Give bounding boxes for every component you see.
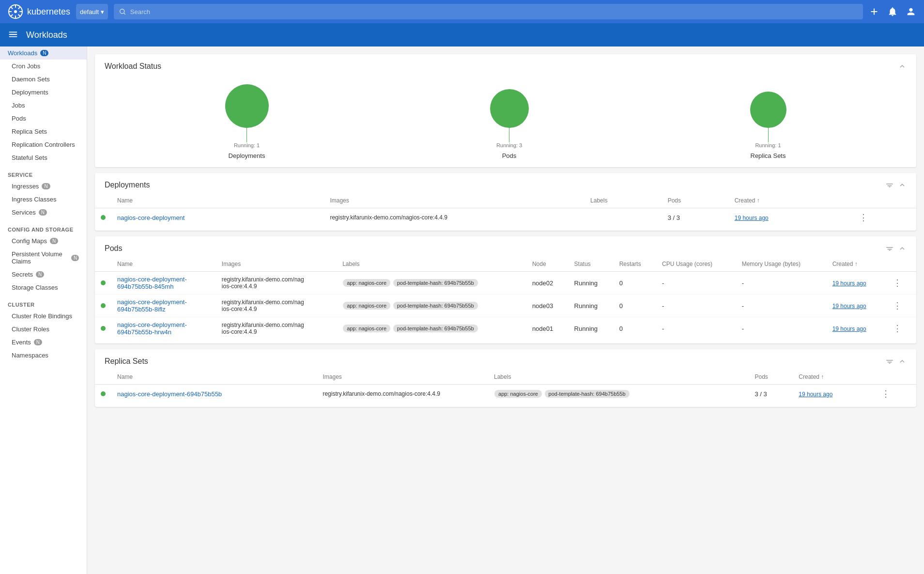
sidebar-item-ingress-classes[interactable]: Ingress Classes xyxy=(0,193,87,206)
sidebar-item-cluster-role-bindings[interactable]: Cluster Role Bindings xyxy=(0,310,87,323)
search-input[interactable] xyxy=(130,8,858,16)
namespace-value: default xyxy=(80,8,99,16)
sidebar-item-replica-sets[interactable]: Replica Sets xyxy=(0,125,87,138)
pod3-menu-icon[interactable]: ⋮ xyxy=(891,322,904,335)
p3-row-labels: app: nagios-core pod-template-hash: 694b… xyxy=(337,317,526,340)
deployments-circle xyxy=(225,84,269,128)
pod2-link[interactable]: nagios-core-deployment-694b75b55b-8iflz xyxy=(117,298,187,313)
deployment-link[interactable]: nagios-core-deployment xyxy=(117,214,185,221)
replica-sets-card: Replica Sets Name Imag xyxy=(95,349,916,407)
search-bar[interactable] xyxy=(114,4,863,19)
row-menu-icon[interactable]: ⋮ xyxy=(857,211,870,224)
sidebar-item-services[interactable]: Services N xyxy=(0,206,87,219)
pods-table: Name Images Labels Node Status Restarts … xyxy=(95,257,916,340)
namespace-selector[interactable]: default ▾ xyxy=(76,4,108,19)
p-col-status xyxy=(95,257,111,272)
rs-col-pods: Pods xyxy=(749,370,793,385)
p3-row-status-txt: Running xyxy=(569,317,614,340)
p-col-status-txt: Status xyxy=(569,257,614,272)
label-chip: app: nagios-core xyxy=(343,325,390,332)
add-icon[interactable] xyxy=(869,6,879,17)
pod1-menu-icon[interactable]: ⋮ xyxy=(891,276,904,290)
p-col-name: Name xyxy=(111,257,216,272)
workload-chart-replica-sets: Running: 1 Replica Sets xyxy=(750,92,786,159)
rs-collapse-icon[interactable] xyxy=(898,357,907,366)
rs-menu-icon[interactable]: ⋮ xyxy=(879,387,892,401)
sidebar-item-events[interactable]: Events N xyxy=(0,336,87,349)
sidebar-item-ingresses[interactable]: Ingresses N xyxy=(0,180,87,193)
p3-row-node: node01 xyxy=(526,317,569,340)
sidebar-item-workloads[interactable]: Workloads N xyxy=(0,47,87,60)
pod1-link[interactable]: nagios-core-deployment-694b75b55b-845mh xyxy=(117,276,187,290)
collapse-deployments-icon[interactable] xyxy=(898,181,907,189)
pods-line xyxy=(509,128,509,142)
header-bar: Workloads xyxy=(0,23,924,47)
sidebar-item-config-maps[interactable]: Config Maps N xyxy=(0,234,87,248)
pods-header-icons xyxy=(885,244,907,253)
p-row-cpu: - xyxy=(656,272,736,295)
p-row-menu: ⋮ xyxy=(885,272,916,295)
sidebar-item-pods[interactable]: Pods xyxy=(0,112,87,125)
sidebar-item-secrets[interactable]: Secrets N xyxy=(0,268,87,281)
p3-row-mem: - xyxy=(736,317,827,340)
label-chip: pod-template-hash: 694b75b55b xyxy=(393,302,478,310)
rs-row-created: 19 hours ago xyxy=(793,385,873,403)
table-row: nagios-core-deployment-694b75b55b-845mh … xyxy=(95,272,916,295)
status-dot xyxy=(101,391,106,396)
workloads-badge: N xyxy=(40,50,48,56)
topbar-icons xyxy=(869,6,916,17)
pods-circle xyxy=(490,89,529,128)
p-col-images: Images xyxy=(216,257,337,272)
sidebar-item-cron-jobs[interactable]: Cron Jobs xyxy=(0,60,87,73)
pods-table-wrap: Name Images Labels Node Status Restarts … xyxy=(95,257,916,343)
deployments-table-wrap: Name Images Labels Pods Created ↑ nagios… xyxy=(95,193,916,231)
sidebar-item-namespaces[interactable]: Namespaces xyxy=(0,349,87,362)
pods-card: Pods Name Images xyxy=(95,236,916,343)
replica-sets-running: Running: 1 xyxy=(755,142,781,148)
main-layout: Workloads N Cron Jobs Daemon Sets Deploy… xyxy=(0,47,924,574)
sidebar-item-storage-classes[interactable]: Storage Classes xyxy=(0,281,87,294)
workload-status-icons xyxy=(898,62,907,71)
col-actions xyxy=(851,193,916,208)
pod3-link[interactable]: nagios-core-deployment-694b75b55b-hrw4n xyxy=(117,321,187,336)
pods-label: Pods xyxy=(502,152,517,159)
replica-sets-line xyxy=(768,128,769,142)
p2-row-image: registry.kifarunix-demo.com/nagios-core:… xyxy=(216,295,337,317)
label-chip: app: nagios-core xyxy=(343,279,390,287)
deployments-card: Deployments Name Image xyxy=(95,173,916,231)
rs-filter-icon[interactable] xyxy=(885,357,894,366)
sidebar-item-stateful-sets[interactable]: Stateful Sets xyxy=(0,151,87,164)
sidebar-item-jobs[interactable]: Jobs xyxy=(0,99,87,112)
sidebar-item-cluster-roles[interactable]: Cluster Roles xyxy=(0,323,87,336)
bell-icon[interactable] xyxy=(887,6,898,17)
app-name: kubernetes xyxy=(27,7,70,17)
filter-icon[interactable] xyxy=(885,181,894,189)
kubernetes-icon xyxy=(8,4,23,19)
rs-row-image: registry.kifarunix-demo.com/nagios-core:… xyxy=(317,385,488,403)
account-icon[interactable] xyxy=(906,6,916,17)
pods-filter-icon[interactable] xyxy=(885,244,894,253)
pods-collapse-icon[interactable] xyxy=(898,244,907,253)
p3-row-status xyxy=(95,317,111,340)
collapse-icon[interactable] xyxy=(898,62,907,71)
row-image: registry.kifarunix-demo.com/nagios-core:… xyxy=(324,208,585,227)
rs-link[interactable]: nagios-core-deployment-694b75b55b xyxy=(117,390,222,398)
row-status xyxy=(95,208,111,227)
label-chip: pod-template-hash: 694b75b55b xyxy=(393,279,478,287)
menu-icon[interactable] xyxy=(8,29,18,41)
p-row-labels: app: nagios-core pod-template-hash: 694b… xyxy=(337,272,526,295)
sidebar-item-pvc[interactable]: Persistent Volume Claims N xyxy=(0,248,87,268)
sidebar-item-daemon-sets[interactable]: Daemon Sets xyxy=(0,73,87,86)
replica-sets-header: Replica Sets xyxy=(95,349,916,370)
app-logo[interactable]: kubernetes xyxy=(8,4,70,19)
label-chip: pod-template-hash: 694b75b55b xyxy=(545,390,630,398)
sidebar-item-deployments[interactable]: Deployments xyxy=(0,86,87,99)
label-chip: pod-template-hash: 694b75b55b xyxy=(393,325,478,332)
svg-line-8 xyxy=(18,7,20,9)
sidebar-item-replication-controllers[interactable]: Replication Controllers xyxy=(0,138,87,151)
p-col-mem: Memory Usage (bytes) xyxy=(736,257,827,272)
deployments-header-row: Name Images Labels Pods Created ↑ xyxy=(95,193,916,208)
pod2-menu-icon[interactable]: ⋮ xyxy=(891,299,904,312)
p2-row-labels: app: nagios-core pod-template-hash: 694b… xyxy=(337,295,526,317)
topbar: kubernetes default ▾ xyxy=(0,0,924,23)
